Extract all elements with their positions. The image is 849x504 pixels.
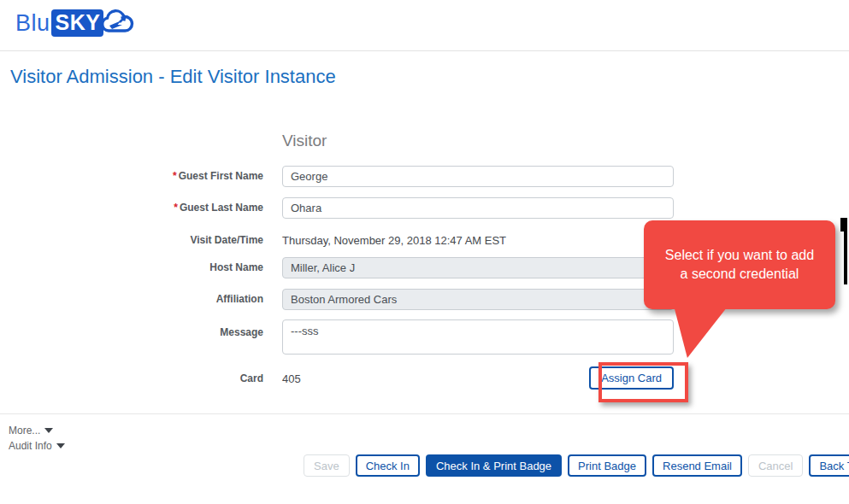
message-textarea[interactable]: ---sss <box>282 319 674 355</box>
caret-down-icon <box>44 428 53 433</box>
assign-card-button[interactable]: Assign Card <box>589 366 674 390</box>
field-row-affiliation: Affiliation <box>0 289 675 310</box>
check-in-button[interactable]: Check In <box>356 454 420 477</box>
affiliation-input <box>282 289 674 310</box>
logo-text-sky: SKY <box>51 9 104 37</box>
affiliation-label: Affiliation <box>0 293 263 305</box>
save-button[interactable]: Save <box>304 454 350 477</box>
field-row-guest-first-name: *Guest First Name <box>0 166 675 187</box>
blusky-logo[interactable]: BluSKY <box>15 8 138 38</box>
required-asterisk: * <box>173 170 177 182</box>
card-label: Card <box>0 372 263 384</box>
cancel-button[interactable]: Cancel <box>748 454 803 477</box>
guest-last-name-input[interactable] <box>282 197 674 219</box>
field-row-host-name: Host Name <box>0 257 675 278</box>
check-in-print-badge-button[interactable]: Check In & Print Badge <box>426 454 562 477</box>
field-row-visit-datetime: Visit Date/Time Thursday, November 29, 2… <box>0 233 675 248</box>
required-asterisk: * <box>174 202 178 214</box>
host-name-input <box>282 257 674 278</box>
guest-first-name-label: *Guest First Name <box>0 170 263 182</box>
annotation-callout-tail <box>672 308 727 358</box>
field-row-guest-last-name: *Guest Last Name <box>0 197 675 219</box>
host-name-label: Host Name <box>0 261 263 273</box>
resend-email-button[interactable]: Resend Email <box>652 454 742 477</box>
cloud-arrow-icon <box>98 9 138 38</box>
logo-text-blu: Blu <box>15 10 50 37</box>
caret-down-icon <box>56 443 65 448</box>
annotation-callout-bubble: Select if you want to add a second crede… <box>644 220 835 309</box>
guest-last-name-label: *Guest Last Name <box>0 202 263 214</box>
header-divider <box>0 50 849 51</box>
field-row-message: Message ---sss <box>0 319 675 355</box>
message-label: Message <box>0 326 263 338</box>
footer-divider <box>0 413 849 414</box>
more-dropdown-toggle[interactable]: More... <box>9 425 53 437</box>
page: BluSKY Visitor Admission - Edit Visitor … <box>0 0 849 504</box>
page-title: Visitor Admission - Edit Visitor Instanc… <box>10 66 336 88</box>
visit-datetime-label: Visit Date/Time <box>0 234 263 246</box>
form-section-title: Visitor <box>282 132 327 150</box>
action-button-bar: Save Check In Check In & Print Badge Pri… <box>304 454 849 477</box>
audit-info-dropdown-toggle[interactable]: Audit Info <box>9 440 65 452</box>
guest-first-name-input[interactable] <box>282 166 674 187</box>
cropped-edge-mark <box>840 218 847 231</box>
back-to-list-button[interactable]: Back To List <box>809 454 849 477</box>
visit-datetime-value: Thursday, November 29, 2018 12:47 AM EST <box>282 234 506 247</box>
print-badge-button[interactable]: Print Badge <box>568 454 646 477</box>
field-row-card: Card 405 Assign Card <box>0 366 675 392</box>
card-number-value: 405 <box>282 372 301 385</box>
